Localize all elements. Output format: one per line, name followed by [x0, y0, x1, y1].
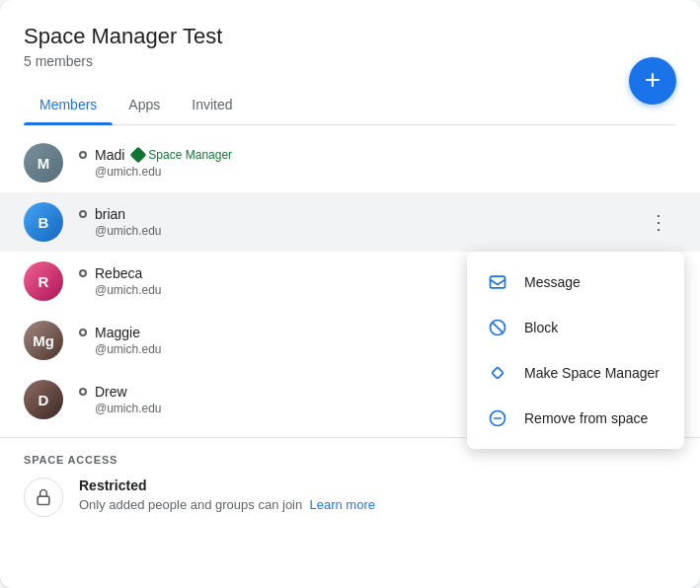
tabs-bar: Members Apps Invited	[24, 85, 676, 125]
member-email: @umich.edu	[95, 165, 676, 179]
vertical-dots-icon: ⋮	[649, 210, 668, 234]
menu-label: Block	[524, 320, 558, 335]
avatar: M	[24, 143, 63, 183]
access-info: Restricted Only added people and groups …	[79, 478, 676, 512]
member-info: Madi Space Manager @umich.edu	[79, 147, 676, 179]
members-count: 5 members	[24, 53, 676, 69]
menu-item-remove[interactable]: Remove from space	[467, 396, 684, 441]
tab-apps[interactable]: Apps	[113, 85, 176, 124]
member-email: @umich.edu	[95, 224, 641, 238]
access-title: Restricted	[79, 478, 676, 493]
svg-line-2	[493, 323, 504, 333]
avatar: R	[24, 261, 63, 301]
tab-invited[interactable]: Invited	[176, 85, 248, 124]
table-row: M Madi Space Manager @umich.edu	[0, 133, 700, 192]
main-card: Space Manager Test 5 members Members App…	[0, 0, 700, 588]
online-indicator	[79, 388, 87, 396]
member-name-row: Madi Space Manager	[79, 147, 676, 163]
member-name: Rebeca	[95, 265, 142, 281]
access-row: Restricted Only added people and groups …	[24, 478, 676, 517]
add-icon: +	[645, 66, 661, 94]
header: Space Manager Test 5 members Members App…	[0, 0, 700, 125]
online-indicator	[79, 151, 87, 159]
badge-label: Space Manager	[148, 148, 232, 162]
space-manager-badge: Space Manager	[132, 148, 232, 162]
add-member-button[interactable]: +	[629, 57, 676, 105]
page-title: Space Manager Test	[24, 24, 676, 49]
svg-rect-6	[38, 496, 49, 504]
avatar: D	[24, 380, 63, 419]
online-indicator	[79, 210, 87, 218]
diamond-icon	[130, 147, 147, 164]
member-name: Drew	[95, 384, 127, 400]
menu-item-block[interactable]: Block	[467, 305, 684, 350]
context-menu: Message Block	[467, 252, 684, 449]
access-desc-text: Only added people and groups can join	[79, 497, 302, 512]
avatar: B	[24, 202, 63, 242]
block-icon	[487, 317, 508, 338]
svg-rect-3	[492, 367, 504, 379]
online-indicator	[79, 269, 87, 277]
table-row: B brian @umich.edu ⋮	[0, 192, 700, 252]
space-access-label: SPACE ACCESS	[24, 454, 676, 466]
space-access-section: SPACE ACCESS Restricted Only added peopl…	[0, 437, 700, 537]
menu-item-message[interactable]: Message	[467, 259, 684, 305]
member-name: Maggie	[95, 325, 140, 340]
menu-item-make-space-manager[interactable]: Make Space Manager	[467, 350, 684, 396]
members-list: M Madi Space Manager @umich.edu B	[0, 125, 700, 437]
avatar: Mg	[24, 321, 63, 360]
more-options-button[interactable]: ⋮	[641, 204, 676, 240]
lock-icon	[24, 478, 63, 517]
member-name: Madi	[95, 147, 124, 163]
member-name: brian	[95, 206, 125, 222]
learn-more-link[interactable]: Learn more	[309, 497, 374, 512]
menu-label: Make Space Manager	[524, 365, 660, 381]
menu-label: Message	[524, 274, 581, 290]
member-info: brian @umich.edu	[79, 206, 641, 238]
remove-icon	[487, 407, 508, 429]
online-indicator	[79, 329, 87, 336]
member-name-row: brian	[79, 206, 641, 222]
menu-label: Remove from space	[524, 410, 648, 426]
tab-members[interactable]: Members	[24, 85, 113, 124]
message-icon	[487, 271, 508, 293]
access-description: Only added people and groups can join Le…	[79, 497, 676, 512]
make-manager-icon	[487, 362, 508, 384]
